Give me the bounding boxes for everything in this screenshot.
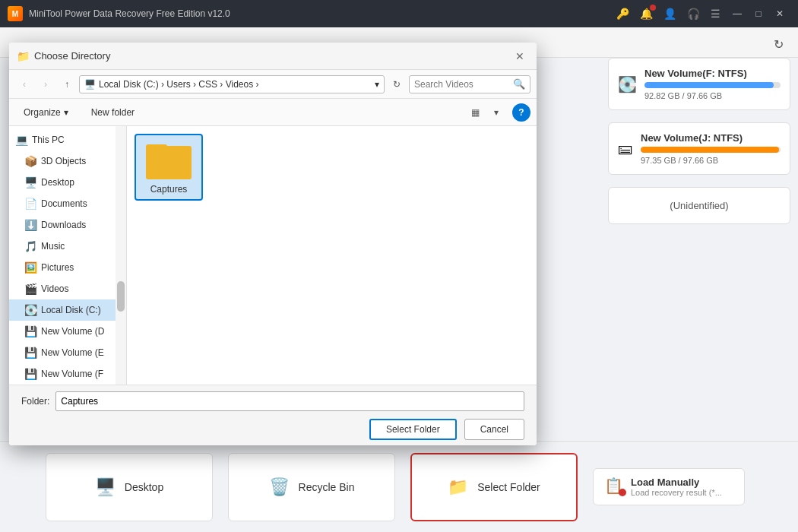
breadcrumb-icon: 🖥️ [84,79,96,90]
search-box: 🔍 [409,75,530,93]
view-dropdown-button[interactable]: ▾ [486,103,506,122]
desktop-nav-icon: 🖥️ [24,176,36,188]
forward-button[interactable]: › [36,75,55,93]
nav-item-music[interactable]: 🎵 Music [9,236,126,257]
load-manually-card[interactable]: 📋 Load Manually Load recovery result (*.… [593,468,745,505]
volume-f-size: 92.82 GB / 97.66 GB [644,91,781,100]
recycle-bin-card[interactable]: 🗑️ Recycle Bin [228,453,395,521]
nav-item-desktop-label: Desktop [41,177,74,188]
load-text: Load Manually Load recovery result (*... [631,477,722,497]
select-folder-label: Select Folder [477,481,540,493]
organize-label: Organize [24,107,61,118]
nav-item-pictures[interactable]: 🖼️ Pictures [9,257,126,278]
list-view-button[interactable]: ▦ [465,103,485,122]
search-icon: 🔍 [513,78,525,90]
nav-item-volume-e[interactable]: 💾 New Volume (E [9,342,126,363]
bottom-cards-area: 🖥️ Desktop 🗑️ Recycle Bin 📁 Select Folde… [0,441,798,532]
organize-button[interactable]: Organize ▾ [15,103,77,122]
folder-input-row: Folder: [21,391,524,411]
nav-item-music-label: Music [41,241,65,252]
nav-item-desktop[interactable]: 🖥️ Desktop [9,172,126,193]
nav-item-volume-d-label: New Volume (D [41,326,104,337]
breadcrumb[interactable]: 🖥️ Local Disk (C:) › Users › CSS › Video… [79,75,385,93]
bell-icon[interactable]: 🔔 [640,8,653,20]
folder-input[interactable] [55,391,524,411]
nav-scroll-track [116,126,126,385]
key-icon[interactable]: 🔑 [616,8,629,20]
app-logo: M [8,6,23,21]
view-buttons: ▦ ▾ [465,103,506,122]
volume-j-card[interactable]: 🖴 New Volume(J: NTFS) 97.35 GB / 97.66 G… [608,122,790,175]
new-folder-button[interactable]: New folder [83,103,143,122]
maximize-button[interactable]: □ [748,3,769,24]
desktop-icon: 🖥️ [95,477,116,497]
select-folder-button[interactable]: Select Folder [369,419,457,440]
volume-f-bar [644,82,781,88]
dialog-footer: Folder: Select Folder Cancel [9,385,537,445]
nav-item-3dobjects[interactable]: 📦 3D Objects [9,150,126,172]
refresh-dialog-button[interactable]: ↻ [388,75,406,93]
help-button[interactable]: ? [512,103,530,122]
nav-item-pictures-label: Pictures [41,262,74,273]
volume-e-icon: 💾 [24,347,36,359]
desktop-card[interactable]: 🖥️ Desktop [46,453,213,521]
nav-item-downloads[interactable]: ⬇️ Downloads [9,214,126,236]
nav-item-thispc[interactable]: 💻 This PC [9,129,126,150]
captures-folder-icon [146,140,192,179]
nav-item-videos[interactable]: 🎬 Videos [9,278,126,299]
menu-icon[interactable]: ☰ [711,8,720,20]
up-button[interactable]: ↑ [58,75,76,93]
person-icon[interactable]: 👤 [663,8,676,20]
volume-f-card[interactable]: 💽 New Volume(F: NTFS) 92.82 GB / 97.66 G… [608,58,790,110]
right-panel: 💽 New Volume(F: NTFS) 92.82 GB / 97.66 G… [600,50,798,232]
dialog-title-text: Choose Directory [34,50,506,62]
folder-body [146,146,192,179]
folder-card-icon: 📁 [448,477,468,497]
nav-item-localdisk[interactable]: 💽 Local Disk (C:) [9,299,126,321]
load-icon: 📋 [604,477,623,495]
load-title: Load Manually [631,477,722,488]
nav-item-volume-f[interactable]: 💾 New Volume (F [9,363,126,385]
file-view[interactable]: Captures [127,126,537,385]
volume-d-icon: 💾 [24,325,36,337]
back-button[interactable]: ‹ [15,75,33,93]
volume-j-fill [641,147,779,153]
volume-j-size: 97.35 GB / 97.66 GB [641,156,781,165]
search-input[interactable] [414,79,510,90]
file-label-captures: Captures [150,184,188,195]
choose-directory-dialog: 📁 Choose Directory ✕ ‹ › ↑ 🖥️ Local Disk… [9,43,537,445]
minimize-button[interactable]: — [727,3,748,24]
desktop-label: Desktop [125,481,163,493]
file-item-captures[interactable]: Captures [135,134,203,201]
nav-scroll-thumb [117,281,125,312]
app-title: MiniTool Power Data Recovery Free Editio… [29,8,616,19]
volume-f-nav-icon: 💾 [24,368,36,380]
downloads-icon: ⬇️ [24,219,36,231]
btn-row: Select Folder Cancel [21,419,524,440]
nav-item-volume-d[interactable]: 💾 New Volume (D [9,321,126,342]
dialog-title-icon: 📁 [17,50,30,62]
volume-j-info: New Volume(J: NTFS) 97.35 GB / 97.66 GB [641,132,781,165]
nav-item-documents[interactable]: 📄 Documents [9,193,126,214]
nav-panel[interactable]: 💻 This PC 📦 3D Objects 🖥️ Desktop 📄 Docu… [9,126,127,385]
nav-item-volume-f-label: New Volume (F [41,369,103,379]
cancel-button[interactable]: Cancel [464,419,524,440]
close-button[interactable]: ✕ [769,3,790,24]
app-body: ↻ 💽 New Volume(F: NTFS) 92.82 GB / 97.66… [0,27,798,532]
nav-item-downloads-label: Downloads [41,220,86,230]
headset-icon[interactable]: 🎧 [687,8,700,20]
dialog-close-button[interactable]: ✕ [511,47,529,65]
volume-j-bar [641,147,781,153]
unidentified-card: (Unidentified) [608,187,790,224]
load-badge [619,489,626,496]
dialog-toolbar: Organize ▾ New folder ▦ ▾ ? [9,99,537,126]
dialog-content: 💻 This PC 📦 3D Objects 🖥️ Desktop 📄 Docu… [9,126,537,385]
new-folder-label: New folder [91,107,135,118]
load-subtitle: Load recovery result (*... [631,488,722,497]
hdd-icon: 🖴 [618,140,633,157]
breadcrumb-text: Local Disk (C:) › Users › CSS › Videos › [99,79,259,90]
music-icon: 🎵 [24,240,36,252]
recycle-bin-label: Recycle Bin [299,481,355,493]
nav-item-3dobjects-label: 3D Objects [41,156,86,166]
select-folder-card[interactable]: 📁 Select Folder [410,453,578,521]
